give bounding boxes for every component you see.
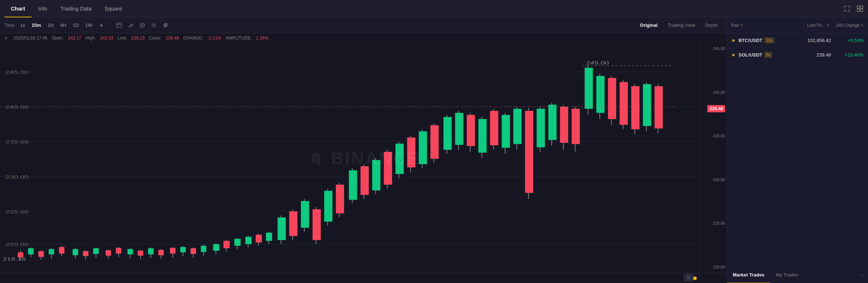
time-1d[interactable]: 1D bbox=[70, 21, 81, 29]
ohlc-high-label: High: bbox=[86, 36, 96, 41]
gear-icon[interactable] bbox=[161, 20, 171, 30]
chart-type-buttons: Original Trading View Depth bbox=[635, 21, 722, 29]
svg-text:225.00: 225.00 bbox=[5, 209, 29, 215]
svg-rect-46 bbox=[93, 248, 99, 254]
svg-rect-122 bbox=[525, 111, 533, 193]
price-level-220: 220.00 bbox=[701, 265, 725, 269]
svg-rect-3 bbox=[860, 9, 863, 12]
pair-left-btc: ★ BTC/USDT 10x bbox=[731, 38, 791, 43]
time-1h[interactable]: 1H bbox=[45, 21, 56, 29]
price-level-235: 235.00 bbox=[701, 134, 725, 138]
star-icon-btc[interactable]: ★ bbox=[731, 38, 736, 43]
chart-canvas[interactable]: BINANCE 245.00 240.00 235.00 230.00 225.… bbox=[0, 43, 727, 273]
svg-rect-32 bbox=[18, 252, 23, 257]
svg-rect-96 bbox=[372, 160, 380, 191]
price-column-header[interactable]: Last Pri... ⇅ bbox=[790, 23, 830, 28]
pair-leverage-btc: 10x bbox=[765, 38, 774, 43]
svg-rect-134 bbox=[596, 76, 605, 113]
price-level-230: 230.00 bbox=[701, 178, 725, 182]
settings-icon[interactable] bbox=[149, 20, 159, 30]
svg-rect-102 bbox=[407, 137, 415, 167]
svg-rect-86 bbox=[313, 209, 321, 240]
expand-icon[interactable] bbox=[843, 5, 851, 12]
svg-rect-100 bbox=[395, 143, 404, 174]
svg-rect-68 bbox=[213, 244, 219, 251]
scroll-icon[interactable]: ☷ bbox=[684, 274, 694, 282]
svg-rect-92 bbox=[349, 170, 357, 200]
ohlc-change-label: CHANGE: bbox=[183, 36, 203, 41]
svg-rect-44 bbox=[83, 251, 89, 256]
trades-tab-my[interactable]: My Trades bbox=[770, 267, 804, 283]
pair-name-sol: SOL/USDT bbox=[739, 52, 762, 58]
time-1s[interactable]: 1s bbox=[17, 21, 28, 29]
svg-text:240.00: 240.00 bbox=[5, 105, 29, 110]
trades-header: Market Trades My Trades ··· bbox=[727, 267, 868, 283]
pair-row-sol[interactable]: ★ SOL/USDT 5x 239.48 +10.40% bbox=[727, 48, 868, 62]
trades-tab-market[interactable]: Market Trades bbox=[727, 267, 770, 283]
svg-rect-120 bbox=[513, 109, 522, 144]
nav-tab-chart[interactable]: Chart bbox=[4, 0, 32, 17]
ohlc-change-val: -1.11% bbox=[207, 36, 221, 41]
svg-rect-4 bbox=[117, 23, 122, 28]
draw-icon[interactable] bbox=[126, 20, 136, 30]
pair-row-btc[interactable]: ★ BTC/USDT 10x 102,856.42 +0.54% bbox=[727, 33, 868, 48]
svg-rect-64 bbox=[190, 248, 196, 254]
svg-rect-52 bbox=[127, 249, 133, 254]
nav-tab-trading-data[interactable]: Trading Data bbox=[54, 0, 98, 17]
calendar-icon[interactable] bbox=[114, 20, 124, 30]
svg-rect-74 bbox=[245, 237, 251, 244]
pair-change-btc: +0.54% bbox=[831, 38, 864, 43]
svg-rect-112 bbox=[467, 115, 475, 146]
price-level-240: 240.00 bbox=[701, 91, 725, 95]
svg-rect-48 bbox=[106, 250, 111, 256]
chart-type-trading-view[interactable]: Trading View bbox=[663, 21, 699, 29]
svg-rect-76 bbox=[256, 235, 262, 243]
indicator-dot bbox=[693, 276, 697, 280]
svg-rect-114 bbox=[478, 119, 487, 153]
main-content: Time 1s 15m 1H 4H 1D 1W ▾ bbox=[0, 17, 868, 283]
time-1w[interactable]: 1W bbox=[83, 21, 95, 29]
ohlc-high-val: 242.53 bbox=[100, 36, 114, 41]
svg-point-6 bbox=[153, 24, 155, 26]
svg-rect-132 bbox=[585, 68, 593, 109]
svg-rect-36 bbox=[38, 251, 44, 257]
svg-rect-2 bbox=[857, 9, 860, 12]
time-15m[interactable]: 15m bbox=[29, 21, 44, 29]
ohlc-open-val: 242.17 bbox=[68, 36, 81, 41]
layout-icon[interactable] bbox=[856, 5, 864, 12]
pair-price-sol: 239.48 bbox=[791, 52, 831, 58]
pair-left-sol: ★ SOL/USDT 5x bbox=[731, 52, 791, 58]
right-panel: Pair ⇅ Last Pri... ⇅ 24h Change ⇅ ★ BTC/… bbox=[727, 17, 868, 283]
chart-type-depth[interactable]: Depth bbox=[701, 21, 722, 29]
svg-text:220.00: 220.00 bbox=[5, 242, 29, 247]
nav-tab-info[interactable]: Info bbox=[32, 0, 54, 17]
nav-icons bbox=[843, 5, 864, 12]
toolbar-divider-1 bbox=[110, 22, 111, 29]
trades-more-icon[interactable]: ··· bbox=[855, 272, 868, 279]
svg-rect-40 bbox=[59, 247, 65, 254]
svg-rect-50 bbox=[116, 248, 121, 254]
svg-rect-70 bbox=[223, 241, 230, 248]
pair-sort-icon: ⇅ bbox=[740, 23, 743, 27]
ohlc-datetime: 2025/01/18 17:45 bbox=[13, 36, 47, 41]
svg-rect-80 bbox=[277, 217, 286, 240]
ohlc-low-label: Low: bbox=[118, 36, 127, 41]
chart-area: Time 1s 15m 1H 4H 1D 1W ▾ bbox=[0, 17, 727, 283]
top-navigation: Chart Info Trading Data Square bbox=[0, 0, 868, 17]
nav-tab-square[interactable]: Square bbox=[98, 0, 128, 17]
time-dropdown-icon[interactable]: ▾ bbox=[96, 20, 107, 30]
chart-bottom: ☷ bbox=[0, 273, 727, 283]
time-4h[interactable]: 4H bbox=[58, 21, 69, 29]
star-icon-sol[interactable]: ★ bbox=[731, 52, 736, 58]
ohlc-close-label: Close: bbox=[149, 36, 161, 41]
pair-column-header[interactable]: Pair ⇅ bbox=[731, 23, 788, 28]
pair-header-label: Pair bbox=[731, 23, 739, 28]
svg-rect-138 bbox=[620, 82, 628, 125]
change-column-header[interactable]: 24h Change ⇅ bbox=[831, 23, 864, 28]
chart-type-original[interactable]: Original bbox=[635, 21, 662, 29]
change-header-label: 24h Change bbox=[836, 23, 860, 28]
indicator-icon[interactable] bbox=[137, 20, 148, 30]
svg-rect-108 bbox=[444, 117, 452, 150]
svg-rect-66 bbox=[201, 246, 206, 252]
pair-price-btc: 102,856.42 bbox=[791, 38, 831, 43]
